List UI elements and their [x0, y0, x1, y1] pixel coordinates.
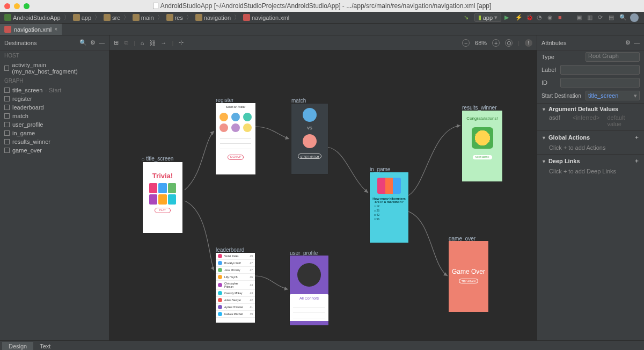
gear-icon[interactable]: ⚙	[90, 39, 96, 46]
node-register[interactable]: Select an Avatar SIGN UP	[216, 103, 255, 174]
trophy-icon	[472, 127, 493, 149]
main-toolbar: ↘ ▮app▾ ▶ ⚡ 🐞 ◔ ◉ ■ ▣ ▥ ⟳ ▤ 🔍	[464, 13, 642, 22]
node-label-leaderboard: leaderboard	[216, 247, 244, 253]
node-results-winner[interactable]: Congratulations! NEXT MATCH	[462, 111, 502, 181]
breadcrumb-item[interactable]: app	[71, 14, 93, 21]
structure-icon[interactable]: ▤	[609, 14, 616, 21]
fragment-icon	[4, 96, 10, 101]
warnings-icon[interactable]: !	[525, 39, 532, 47]
android-icon: ▮	[478, 14, 481, 21]
destination-item-register[interactable]: register	[0, 94, 109, 103]
global-actions-section[interactable]: ▼Global Actions＋	[537, 130, 644, 143]
hide-icon[interactable]: —	[99, 39, 105, 46]
sdk-icon[interactable]: ▥	[587, 14, 595, 21]
breadcrumb-bar: AndroidStudioApp〉app〉src〉main〉res〉naviga…	[0, 12, 644, 24]
node-title-screen[interactable]: Trivia! PLAY	[143, 162, 182, 233]
breadcrumb-item[interactable]: src	[101, 14, 122, 21]
leaderboard-row: Cassidy Mckay43	[216, 290, 255, 297]
fragment-icon	[4, 65, 9, 71]
tab-text[interactable]: Text	[33, 342, 57, 351]
run-configuration-combo[interactable]: ▮app▾	[474, 13, 501, 22]
destination-item-title_screen[interactable]: title_screen - Start	[0, 86, 109, 94]
sync-icon[interactable]: ⟳	[598, 14, 605, 21]
auto-arrange-icon[interactable]: ⊹	[179, 39, 184, 46]
gear-icon[interactable]: ⚙	[625, 39, 631, 46]
add-action-icon[interactable]: ＋	[634, 133, 640, 141]
breadcrumb-item[interactable]: AndroidStudioApp	[2, 14, 63, 21]
destination-item-results_winner[interactable]: results_winner	[0, 137, 109, 146]
leaderboard-row: Lilly Huynh46	[216, 274, 255, 281]
apply-changes-icon[interactable]: ⚡	[515, 14, 523, 21]
breadcrumb-item[interactable]: main	[130, 14, 156, 21]
close-tab-icon[interactable]: ×	[54, 26, 57, 32]
fragment-icon	[4, 122, 10, 127]
xml-icon	[243, 14, 250, 21]
titlebar: AndroidStudioApp [~/AndroidStudioProject…	[0, 0, 644, 12]
tab-design[interactable]: Design	[2, 342, 33, 351]
node-match[interactable]: VS START MATCH	[291, 104, 328, 174]
zoom-in-icon[interactable]: +	[492, 39, 500, 47]
breadcrumb-item[interactable]: navigation.xml	[241, 14, 291, 21]
leaderboard-row: Isabela Mitchell39	[216, 311, 255, 318]
search-icon[interactable]: 🔍	[619, 14, 627, 21]
make-icon[interactable]: ↘	[464, 14, 471, 21]
zoom-fit-icon[interactable]: ⊙	[505, 39, 513, 47]
destination-item-game_over[interactable]: game_over	[0, 146, 109, 155]
destination-item-in_game[interactable]: in_game	[0, 129, 109, 137]
nav-editor: ⊞ ⧉ | ⌂ ⛓ → | ⊹ − 68% + ⊙ | !	[109, 35, 537, 340]
new-destination-icon[interactable]: ⊞	[114, 39, 119, 46]
folder-icon	[133, 14, 140, 21]
leaderboard-row: Ayden Christian41	[216, 304, 255, 311]
breadcrumb-item[interactable]: navigation	[193, 14, 233, 21]
editor-tabs: navigation.xml ×	[0, 24, 644, 35]
fragment-icon	[4, 105, 10, 110]
graph-section-label: GRAPH	[0, 76, 109, 86]
id-field[interactable]	[560, 78, 640, 88]
run-icon[interactable]: ▶	[504, 14, 512, 21]
leaderboard-row: Christopher Pittman43	[216, 281, 255, 290]
node-label-results-winner: results_winner	[462, 105, 496, 111]
window-title: AndroidStudioApp [~/AndroidStudioProject…	[0, 2, 644, 10]
xml-icon	[4, 26, 11, 33]
editor-mode-tabs: Design Text	[0, 340, 644, 350]
attach-icon[interactable]: ◉	[547, 14, 555, 21]
node-user-profile[interactable]: Ali Connors	[290, 256, 328, 325]
deeplink-icon[interactable]: ⛓	[150, 40, 156, 46]
search-icon[interactable]: 🔍	[79, 39, 87, 46]
add-deeplink-icon[interactable]: ＋	[634, 157, 640, 165]
hide-icon[interactable]: —	[634, 39, 640, 46]
destination-item-user_profile[interactable]: user_profile	[0, 120, 109, 129]
zoom-out-icon[interactable]: −	[462, 39, 470, 47]
profile-icon[interactable]: ◔	[537, 14, 544, 21]
label-field[interactable]	[560, 65, 640, 75]
action-icon[interactable]: →	[161, 40, 167, 46]
nested-graph-icon[interactable]: ⧉	[124, 39, 128, 46]
stop-icon[interactable]: ■	[558, 14, 566, 21]
avatar-icon[interactable]	[630, 13, 639, 22]
nav-canvas[interactable]: ⌂ title_screen Trivia! PLAY register Sel…	[109, 50, 537, 340]
start-destination-combo[interactable]: title_screen▾	[586, 91, 640, 100]
debug-icon[interactable]: 🐞	[526, 14, 533, 21]
file-icon	[153, 3, 158, 9]
node-label-in-game: in_game	[370, 166, 390, 172]
home-icon[interactable]: ⌂	[141, 40, 144, 46]
node-label-title-screen: ⌂ title_screen	[142, 156, 173, 162]
arguments-section[interactable]: ▼Argument Default Values	[537, 103, 644, 114]
start-destination-icon: ⌂	[142, 156, 144, 162]
leaderboard-row: Brooklyn Wolf47	[216, 260, 255, 267]
node-in-game[interactable]: How many kilometers are in a marathon? □…	[370, 172, 408, 243]
node-game-over[interactable]: Game Over TRY AGAIN	[449, 241, 488, 312]
deep-links-section[interactable]: ▼Deep Links＋	[537, 154, 644, 167]
destination-item-leaderboard[interactable]: leaderboard	[0, 103, 109, 112]
attributes-title: Attributes	[541, 40, 566, 46]
folder-icon	[166, 14, 173, 21]
fragment-icon	[4, 88, 10, 93]
node-label-match: match	[291, 98, 306, 104]
breadcrumb-item[interactable]: res	[164, 14, 185, 21]
trivia-icons	[149, 183, 176, 205]
editor-tab-navigation[interactable]: navigation.xml ×	[0, 24, 62, 35]
avd-icon[interactable]: ▣	[576, 14, 584, 21]
destination-item-match[interactable]: match	[0, 112, 109, 120]
host-item[interactable]: activity_main (my_nav_host_fragment)	[0, 61, 109, 76]
node-leaderboard[interactable]: Violet Parks49Brooklyn Wolf47Jose Mccart…	[216, 253, 255, 323]
